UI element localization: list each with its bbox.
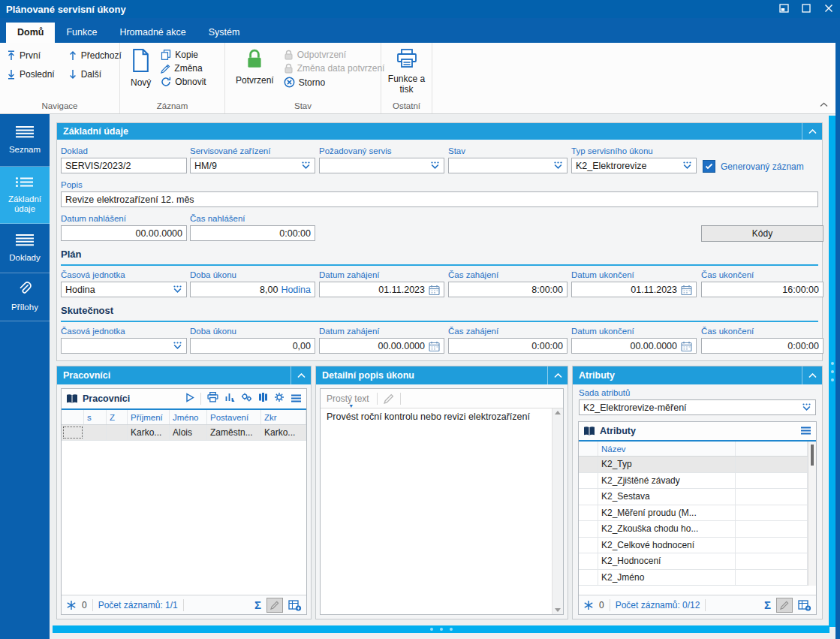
- dropdown-icon[interactable]: [682, 161, 692, 170]
- attribute-row[interactable]: K2_Zjištěné závady: [579, 473, 808, 490]
- tab-hromadne-akce[interactable]: Hromadné akce: [108, 23, 197, 43]
- last-button[interactable]: Poslední: [3, 65, 59, 83]
- plan-doba-input[interactable]: 8,00Hodina: [190, 282, 315, 297]
- dropdown-icon[interactable]: [173, 285, 182, 294]
- columns-icon[interactable]: [258, 392, 268, 405]
- add-record-icon[interactable]: [798, 599, 811, 611]
- close-button[interactable]: [817, 0, 840, 18]
- filter-asterisk-icon[interactable]: [583, 600, 594, 610]
- dropdown-icon[interactable]: [430, 161, 440, 170]
- dropdown-icon[interactable]: [802, 403, 811, 411]
- calendar-icon[interactable]: [429, 285, 440, 295]
- dropdown-icon[interactable]: [301, 161, 311, 170]
- previous-button[interactable]: Předchozí: [65, 46, 125, 65]
- tab-domu[interactable]: Domů: [6, 23, 55, 43]
- tab-funkce[interactable]: Funkce: [55, 23, 108, 43]
- detail-scrollbar[interactable]: [552, 408, 563, 614]
- skut-cas-ukonceni-input[interactable]: 0:00:00: [701, 338, 823, 354]
- horizontal-splitter[interactable]: [53, 625, 829, 633]
- attribute-set-input[interactable]: K2_Elektrorevize-měření: [579, 399, 816, 415]
- row-selector-cell[interactable]: [62, 425, 84, 440]
- doklad-input[interactable]: SERVIS/2023/2: [61, 158, 187, 173]
- scrollbar-thumb[interactable]: [811, 445, 814, 466]
- sidebar-item-prilohy[interactable]: Přílohy: [0, 273, 50, 321]
- plan-datum-zahajeni-input[interactable]: 01.11.2023: [319, 282, 444, 297]
- attribute-row[interactable]: K2_Typ: [579, 457, 808, 473]
- generated-record-checkbox[interactable]: [703, 160, 715, 173]
- sum-icon[interactable]: Σ: [254, 598, 261, 611]
- copy-button[interactable]: Kopie: [157, 48, 209, 62]
- skut-datum-ukonceni-input[interactable]: 00.00.0000: [571, 338, 697, 354]
- dropdown-icon[interactable]: [173, 342, 182, 350]
- confirm-button[interactable]: Potvrzení: [230, 47, 280, 100]
- menu-icon[interactable]: [800, 424, 811, 438]
- attribute-row[interactable]: K2_Celkové hodnocení: [579, 538, 808, 554]
- collapse-basic-button[interactable]: [802, 123, 822, 140]
- sidebar-item-doklady[interactable]: Doklady: [0, 224, 50, 273]
- field-generovany-zaznam: Generovaný záznam: [703, 160, 804, 173]
- typ-ukonu-input[interactable]: K2_Elektrorevize: [571, 158, 697, 173]
- edit-button[interactable]: Změna: [157, 62, 209, 75]
- ribbon-collapse-button[interactable]: [820, 97, 828, 110]
- attributes-scrollbar[interactable]: [808, 442, 816, 586]
- attribute-row[interactable]: K2_Jméno: [579, 570, 808, 586]
- plan-cas-ukonceni-input[interactable]: 16:00:00: [701, 282, 823, 297]
- scroll-up-icon[interactable]: [555, 411, 561, 414]
- collapse-workers-button[interactable]: [291, 366, 311, 384]
- calendar-icon[interactable]: [429, 341, 440, 351]
- plan-datum-ukonceni-input[interactable]: 01.11.2023: [571, 282, 697, 297]
- codes-button[interactable]: Kódy: [701, 225, 823, 242]
- scroll-down-icon[interactable]: [555, 608, 561, 612]
- attribute-row[interactable]: K2_Měření proudu (M...: [579, 505, 808, 522]
- datum-nahlaseni-input[interactable]: 00.00.0000: [61, 225, 187, 241]
- menu-icon[interactable]: [291, 392, 302, 405]
- next-button[interactable]: Další: [65, 65, 125, 83]
- skut-doba-input[interactable]: 0,00: [190, 338, 315, 354]
- calendar-icon[interactable]: [681, 341, 692, 351]
- filter-asterisk-icon[interactable]: [66, 600, 77, 610]
- dropdown-icon[interactable]: [553, 161, 563, 170]
- settings-gear-icon[interactable]: [274, 392, 285, 405]
- collapse-detail-button[interactable]: [547, 366, 568, 384]
- sidebar-item-seznam[interactable]: Seznam: [0, 114, 50, 167]
- tab-system[interactable]: Systém: [197, 23, 251, 43]
- collapse-attributes-button[interactable]: [802, 366, 822, 384]
- description-textarea[interactable]: Provést roční kontrolu nebo revizi elekt…: [321, 408, 552, 614]
- maximize-button[interactable]: [795, 0, 817, 18]
- worker-table-row[interactable]: Karko... Alois Zaměstn... Karko...: [62, 425, 306, 441]
- functions-print-button[interactable]: Funkce a tisk: [386, 47, 427, 100]
- cancel-button[interactable]: Storno: [280, 75, 389, 89]
- play-icon[interactable]: [185, 392, 194, 405]
- change-confirm-date-button[interactable]: Změna data potvrzení: [280, 62, 389, 75]
- cas-nahlaseni-input[interactable]: 0:00:00: [190, 225, 315, 241]
- plan-jednotka-input[interactable]: Hodina: [61, 282, 187, 297]
- refresh-button[interactable]: Obnovit: [157, 75, 209, 89]
- print-icon[interactable]: [207, 392, 218, 405]
- new-button[interactable]: Nový: [125, 47, 157, 100]
- pozadovany-servis-input[interactable]: [319, 158, 444, 173]
- vertical-splitter[interactable]: [829, 116, 835, 627]
- attribute-row[interactable]: K2_Zkouška chodu ho...: [579, 521, 808, 538]
- popis-input[interactable]: Revize elektrozařízení 12. měs: [61, 191, 818, 207]
- edit-record-button[interactable]: [266, 598, 283, 613]
- plan-cas-zahajeni-input[interactable]: 8:00:00: [448, 282, 568, 297]
- first-button[interactable]: První: [3, 46, 59, 65]
- dock-window-button[interactable]: [772, 0, 795, 18]
- gears-icon[interactable]: [241, 392, 252, 405]
- attribute-row[interactable]: K2_Sestava: [579, 489, 808, 505]
- zarizeni-input[interactable]: HM/9: [190, 158, 315, 173]
- calendar-icon[interactable]: [681, 285, 692, 295]
- skut-datum-zahajeni-input[interactable]: 00.00.0000: [319, 338, 444, 354]
- skut-cas-zahajeni-input[interactable]: 0:00:00: [448, 338, 568, 354]
- stav-input[interactable]: [448, 158, 568, 173]
- edit-text-icon[interactable]: [384, 393, 394, 404]
- edit-record-button[interactable]: [776, 598, 793, 613]
- unconfirm-button[interactable]: Odpotvrzení: [280, 48, 389, 62]
- sidebar-item-zakladni-udaje[interactable]: Základní údaje: [0, 167, 50, 224]
- chart-icon[interactable]: [224, 392, 235, 405]
- add-record-icon[interactable]: [288, 599, 302, 611]
- sum-icon[interactable]: Σ: [764, 598, 771, 611]
- attribute-row[interactable]: K2_Hodnocení: [579, 553, 808, 570]
- text-mode-selector[interactable]: Prostý text▼: [327, 393, 371, 404]
- skut-jednotka-input[interactable]: [61, 338, 187, 354]
